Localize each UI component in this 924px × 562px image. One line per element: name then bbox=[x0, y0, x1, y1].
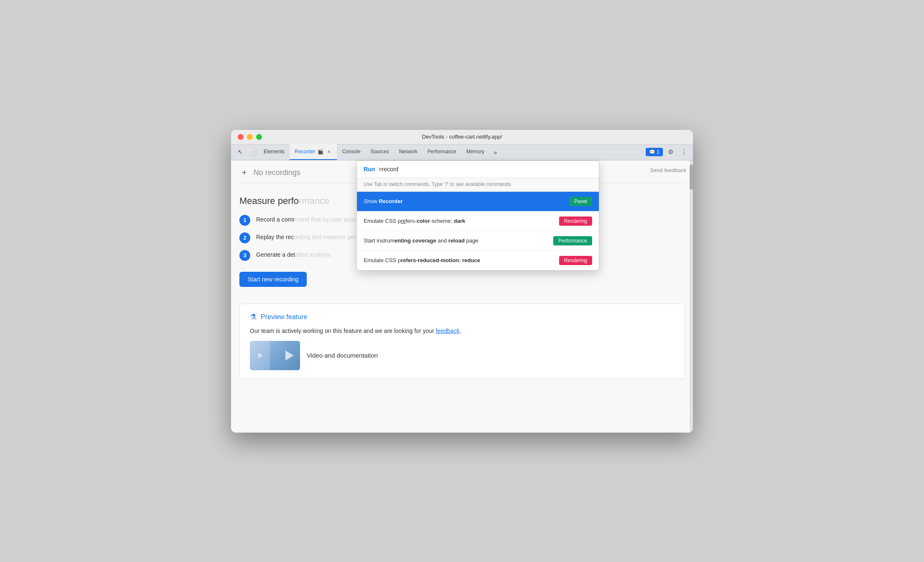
tab-bar-right-controls: 💬 1 ⚙ ⋮ bbox=[646, 146, 690, 158]
tab-sources[interactable]: Sources bbox=[365, 144, 394, 160]
command-item-text-start-coverage: Start instrumenting coverage and reload … bbox=[364, 237, 478, 244]
command-item-emulate-reduce[interactable]: Emulate CSS prefers-reduced-motion: redu… bbox=[357, 251, 599, 270]
tab-bar: ↖ ⬜ Elements Recorder 🎬 ✕ Console Source… bbox=[231, 144, 693, 160]
command-input-row: Run >record bbox=[357, 161, 599, 178]
command-item-emulate-dark[interactable]: Emulate CSS prefers-color-scheme: dark R… bbox=[357, 211, 599, 231]
command-item-start-coverage[interactable]: Start instrumenting coverage and reload … bbox=[357, 231, 599, 251]
tab-console[interactable]: Console bbox=[337, 144, 365, 160]
tab-bar-tools: ↖ ⬜ bbox=[234, 146, 259, 158]
devtools-window: DevTools - coffee-cart.netlify.app/ ↖ ⬜ … bbox=[231, 130, 693, 433]
tab-elements[interactable]: Elements bbox=[259, 144, 290, 160]
close-button[interactable] bbox=[238, 134, 244, 140]
command-badge-rendering-2: Rendering bbox=[559, 256, 592, 265]
more-tabs-button[interactable]: » bbox=[490, 146, 501, 158]
tab-memory[interactable]: Memory bbox=[461, 144, 489, 160]
title-bar: DevTools - coffee-cart.netlify.app/ bbox=[231, 130, 693, 144]
command-badge-panel: Panel bbox=[569, 197, 592, 206]
command-hint: Use Tab to switch commands. Type '?' to … bbox=[357, 178, 599, 192]
command-item-text-show-recorder: Show Recorder bbox=[364, 198, 403, 204]
tab-recorder[interactable]: Recorder 🎬 ✕ bbox=[290, 144, 337, 160]
command-item-text-emulate-dark: Emulate CSS prefers-color-scheme: dark bbox=[364, 218, 465, 224]
device-toolbar-button[interactable]: ⬜ bbox=[247, 146, 259, 158]
command-input-text[interactable]: >record bbox=[378, 166, 398, 173]
command-badge-performance: Performance bbox=[553, 236, 592, 245]
command-badge-rendering-1: Rendering bbox=[559, 217, 592, 226]
maximize-button[interactable] bbox=[256, 134, 262, 140]
feedback-button[interactable]: 💬 1 bbox=[646, 148, 663, 156]
window-title: DevTools - coffee-cart.netlify.app/ bbox=[422, 134, 502, 140]
minimize-button[interactable] bbox=[247, 134, 253, 140]
inspect-element-button[interactable]: ↖ bbox=[234, 146, 246, 158]
more-options-button[interactable]: ⋮ bbox=[678, 146, 690, 158]
tabs: Elements Recorder 🎬 ✕ Console Sources Ne… bbox=[259, 144, 646, 160]
close-recorder-tab-button[interactable]: ✕ bbox=[326, 149, 332, 155]
command-palette-overlay: Run >record Use Tab to switch commands. … bbox=[231, 160, 693, 433]
command-palette: Run >record Use Tab to switch commands. … bbox=[357, 160, 599, 271]
traffic-lights bbox=[238, 134, 262, 140]
tab-performance[interactable]: Performance bbox=[422, 144, 461, 160]
command-item-show-recorder[interactable]: Show Recorder Panel bbox=[357, 192, 599, 211]
command-item-text-emulate-reduce: Emulate CSS prefers-reduced-motion: redu… bbox=[364, 257, 480, 263]
settings-button[interactable]: ⚙ bbox=[665, 146, 676, 158]
command-run-label: Run bbox=[364, 166, 375, 173]
main-content: + No recordings Send feedback Measure pe… bbox=[231, 160, 693, 433]
tab-network[interactable]: Network bbox=[394, 144, 422, 160]
